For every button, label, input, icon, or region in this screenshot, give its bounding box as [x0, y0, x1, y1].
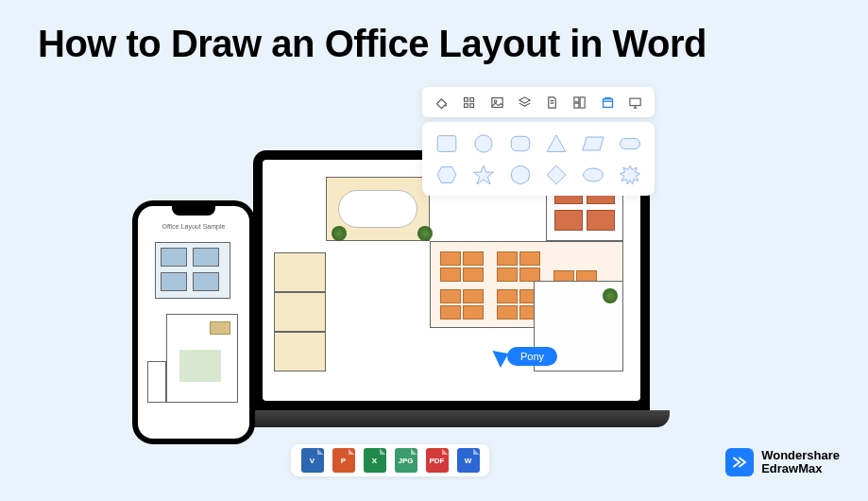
- phone-notch: [172, 206, 215, 216]
- fill-tool-icon[interactable]: [434, 95, 450, 110]
- layers-tool-icon[interactable]: [517, 95, 532, 110]
- brand-logo-icon: [725, 448, 754, 476]
- shape-circle[interactable]: [468, 130, 500, 156]
- svg-rect-3: [470, 103, 474, 107]
- svg-rect-2: [465, 103, 468, 107]
- shape-rectangle[interactable]: [432, 130, 463, 156]
- plant-icon: [417, 226, 433, 241]
- phone-screen: Office Layout Sample: [138, 206, 249, 439]
- side-office-3: [274, 332, 326, 371]
- side-office-2: [274, 292, 326, 332]
- side-office-1: [274, 252, 326, 292]
- file-word-icon[interactable]: W: [457, 448, 480, 473]
- svg-rect-1: [470, 97, 474, 101]
- svg-rect-8: [574, 103, 579, 108]
- shape-hexagon[interactable]: [432, 162, 463, 187]
- svg-rect-14: [620, 138, 639, 148]
- shape-burst[interactable]: [614, 162, 645, 187]
- tool-toolbar: [422, 87, 655, 117]
- svg-point-5: [494, 100, 497, 103]
- shape-parallelogram[interactable]: [578, 130, 609, 156]
- svg-point-15: [583, 168, 603, 181]
- library-tool-icon[interactable]: [600, 95, 615, 110]
- svg-rect-13: [511, 136, 530, 150]
- plant-icon: [603, 288, 618, 303]
- svg-rect-7: [581, 96, 586, 107]
- file-pdf-icon[interactable]: PDF: [426, 448, 449, 473]
- image-tool-icon[interactable]: [489, 95, 504, 110]
- phone-floorplan: [147, 238, 240, 429]
- svg-rect-0: [465, 97, 468, 101]
- svg-rect-6: [574, 96, 579, 101]
- shape-badge[interactable]: [504, 162, 536, 187]
- svg-rect-4: [492, 97, 502, 107]
- shape-rounded-rect[interactable]: [504, 130, 536, 156]
- export-formats-row: V P X JPG PDF W: [291, 444, 489, 476]
- shapes-palette: [422, 122, 655, 196]
- phone-title: Office Layout Sample: [138, 223, 249, 230]
- svg-point-12: [475, 134, 492, 151]
- plant-icon: [332, 226, 347, 241]
- svg-rect-9: [603, 98, 612, 107]
- shape-triangle[interactable]: [541, 130, 572, 156]
- page-title: How to Draw an Office Layout in Word: [38, 23, 706, 65]
- brand-line1: Wondershare: [761, 449, 840, 462]
- grid-tool-icon[interactable]: [462, 95, 477, 110]
- collaborator-name: Pony: [507, 347, 557, 366]
- brand-badge: Wondershare EdrawMax: [725, 448, 840, 476]
- brand-line2: EdrawMax: [761, 462, 840, 475]
- shape-ellipse[interactable]: [578, 162, 609, 187]
- meeting-table: [338, 190, 417, 228]
- laptop-canvas: Office Layout Sample: [263, 160, 640, 401]
- present-tool-icon[interactable]: [627, 95, 642, 110]
- file-visio-icon[interactable]: V: [301, 448, 324, 473]
- shape-star[interactable]: [468, 162, 500, 187]
- file-powerpoint-icon[interactable]: P: [332, 448, 355, 473]
- shape-capsule[interactable]: [614, 130, 645, 156]
- file-jpg-icon[interactable]: JPG: [395, 448, 417, 473]
- file-excel-icon[interactable]: X: [364, 448, 386, 473]
- office-floorplan: Pony: [274, 177, 623, 394]
- shape-diamond[interactable]: [541, 162, 572, 187]
- collaborator-cursor: Pony: [496, 347, 557, 366]
- laptop-base: [233, 410, 670, 427]
- svg-rect-11: [438, 135, 457, 151]
- components-tool-icon[interactable]: [572, 95, 587, 110]
- phone-mockup: Office Layout Sample: [132, 200, 255, 444]
- page-tool-icon[interactable]: [545, 95, 560, 110]
- svg-rect-10: [630, 98, 640, 106]
- brand-text: Wondershare EdrawMax: [761, 449, 840, 475]
